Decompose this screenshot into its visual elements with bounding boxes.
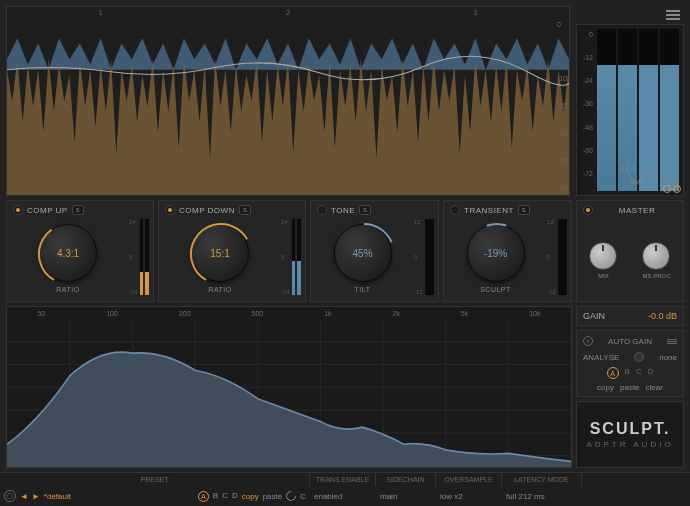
- peak-right: -13.2: [639, 165, 655, 172]
- compare-button[interactable]: C: [300, 492, 306, 501]
- info-icon[interactable]: i: [583, 336, 593, 346]
- analyse-button[interactable]: ANALYSE: [583, 353, 619, 362]
- preset-name[interactable]: *default: [44, 492, 71, 501]
- wave-marker: 3: [473, 9, 477, 16]
- gain-display[interactable]: GAIN -0.0 dB: [576, 306, 684, 326]
- power-button[interactable]: [450, 205, 460, 215]
- slot-b[interactable]: B: [625, 367, 630, 379]
- solo-button[interactable]: S: [72, 205, 84, 215]
- trans-enable-value[interactable]: enabled: [314, 492, 342, 501]
- waveform-display[interactable]: 1 2 3 0 -5 -10 -15 -20 -25 -30: [6, 6, 570, 196]
- mix-knob[interactable]: [589, 242, 617, 270]
- module-comp-down: COMP DOWN S 15:1 RATIO 240-24: [158, 200, 306, 302]
- undo-icon[interactable]: [284, 489, 298, 503]
- sculpt-knob[interactable]: -19%: [467, 224, 525, 282]
- wave-marker: 2: [286, 9, 290, 16]
- slot-d[interactable]: D: [232, 491, 238, 502]
- spectrum-analyzer[interactable]: 50 100 200 500 1k 2k 5k 10k: [6, 306, 572, 468]
- solo-button[interactable]: S: [359, 205, 371, 215]
- ratio-knob[interactable]: 15:1: [191, 224, 249, 282]
- clear-button[interactable]: clear: [646, 383, 663, 392]
- paste-button[interactable]: paste: [620, 383, 640, 392]
- output-meters: 0 -12 -24 -36 -48 -60 -72 -13.4: [576, 24, 684, 196]
- slot-c[interactable]: C: [222, 491, 228, 502]
- slot-a[interactable]: A: [198, 491, 209, 502]
- auto-gain-controls: i AUTO GAIN ANALYSE none A B C D copy: [576, 330, 684, 397]
- slot-a[interactable]: A: [607, 367, 619, 379]
- next-preset-button[interactable]: ►: [32, 492, 40, 501]
- brand-logo: SCULPT. ADPTR AUDIO: [576, 401, 684, 468]
- copy-button[interactable]: copy: [597, 383, 614, 392]
- loop-icon[interactable]: [663, 185, 671, 193]
- wave-marker: 1: [99, 9, 103, 16]
- module-transient: TRANSIENT S -19% SCULPT 120-12: [443, 200, 572, 302]
- prev-preset-button[interactable]: ◄: [20, 492, 28, 501]
- menu-icon[interactable]: [666, 10, 680, 20]
- master-panel: MASTER MIX MS PROC: [576, 200, 684, 302]
- power-button[interactable]: [165, 205, 175, 215]
- solo-button[interactable]: S: [239, 205, 251, 215]
- power-button[interactable]: [583, 205, 593, 215]
- slot-c[interactable]: C: [636, 367, 642, 379]
- settings-icon[interactable]: [4, 490, 16, 502]
- paste-button[interactable]: paste: [263, 492, 283, 501]
- solo-button[interactable]: S: [518, 205, 530, 215]
- slot-d[interactable]: D: [648, 367, 654, 379]
- module-tone: TONE S 45% TILT 120-12: [310, 200, 439, 302]
- slot-b[interactable]: B: [213, 491, 218, 502]
- sidechain-value[interactable]: main: [380, 492, 397, 501]
- loop-icon[interactable]: [673, 185, 681, 193]
- latency-value[interactable]: full 212 ms: [506, 492, 545, 501]
- module-comp-up: COMP UP S 4.3:1 RATIO 240-24: [6, 200, 154, 302]
- analyse-toggle[interactable]: [634, 352, 644, 362]
- power-button[interactable]: [13, 205, 23, 215]
- peak-left: -13.4: [619, 165, 635, 172]
- menu-icon[interactable]: [667, 339, 677, 344]
- oversample-value[interactable]: low x2: [440, 492, 463, 501]
- copy-button[interactable]: copy: [242, 492, 259, 501]
- ratio-knob[interactable]: 4.3:1: [39, 224, 97, 282]
- ms-proc-knob[interactable]: [642, 242, 670, 270]
- power-button[interactable]: [317, 205, 327, 215]
- tilt-knob[interactable]: 45%: [334, 224, 392, 282]
